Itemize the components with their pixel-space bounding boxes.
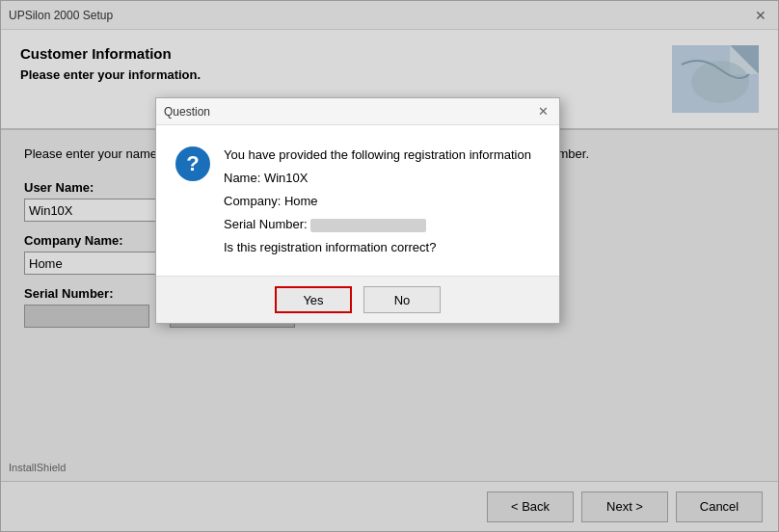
dialog-message: You have provided the following registra… <box>224 145 540 260</box>
dialog-intro: You have provided the following registra… <box>224 145 540 166</box>
modal-overlay: Question ✕ ? You have provided the follo… <box>1 1 778 531</box>
dialog-serial-blurred <box>310 219 426 232</box>
dialog-no-button[interactable]: No <box>363 286 441 313</box>
dialog-body: ? You have provided the following regist… <box>156 125 559 276</box>
dialog-company-value: Home <box>284 194 318 208</box>
dialog-yes-button[interactable]: Yes <box>275 286 352 313</box>
dialog-titlebar: Question ✕ <box>156 98 559 125</box>
dialog-serial-label: Serial Number: <box>224 217 308 231</box>
dialog-name-value: Win10X <box>264 171 309 185</box>
dialog-question: Is this registration information correct… <box>224 237 540 258</box>
dialog-serial-line: Serial Number: <box>224 214 540 235</box>
dialog-company-label: Company: <box>224 194 281 208</box>
question-dialog: Question ✕ ? You have provided the follo… <box>155 97 560 324</box>
question-icon: ? <box>175 146 210 181</box>
dialog-close-button[interactable]: ✕ <box>534 103 551 120</box>
dialog-company-line: Company: Home <box>224 191 540 212</box>
dialog-footer: Yes No <box>156 276 559 323</box>
dialog-name-label: Name: <box>224 171 260 185</box>
dialog-name-line: Name: Win10X <box>224 168 540 189</box>
installer-window: UPSilon 2000 Setup ✕ Customer Informatio… <box>0 0 779 532</box>
dialog-title: Question <box>164 105 210 119</box>
